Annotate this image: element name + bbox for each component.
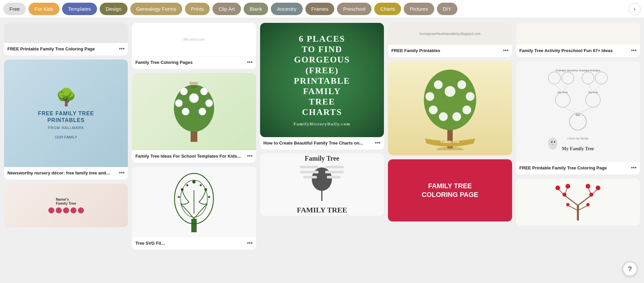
card-more-bottom-button[interactable]: ••• bbox=[247, 153, 253, 159]
nav-btn-forkids[interactable]: For Kids bbox=[29, 3, 59, 15]
image-grid: ••• FREE Printable Family Tree Coloring … bbox=[0, 18, 644, 254]
card-image[interactable]: family tree bbox=[132, 73, 256, 150]
card-image[interactable]: homegrownheartsacademy.blogspot.com bbox=[388, 23, 512, 45]
nav-bar: Free For Kids Templates Design Genealogy… bbox=[0, 0, 644, 18]
card-more-bottom-button[interactable]: ••• bbox=[247, 240, 253, 246]
svg-point-39 bbox=[452, 112, 461, 121]
card-more-bottom-button[interactable]: ••• bbox=[631, 47, 637, 53]
card-newsworthy-nursery: 🌳 FREE FAMILY TREEPRINTABLESFROM HALLMAR… bbox=[4, 59, 128, 179]
card-img-title: Family Tree bbox=[305, 155, 339, 162]
card-image[interactable] bbox=[516, 178, 640, 226]
card-body: Family Tree Ideas For School Templates F… bbox=[132, 150, 256, 163]
svg-text:family: family bbox=[190, 81, 199, 85]
card-img-big-title: FAMILY TREE bbox=[297, 206, 347, 214]
svg-point-31 bbox=[445, 86, 455, 97]
card-title: Family Tree Coloring Pages bbox=[135, 60, 193, 65]
card-more-bottom-button[interactable]: ••• bbox=[375, 140, 381, 146]
card-free-printable-coloring-1: ••• FREE Printable Family Tree Coloring … bbox=[4, 23, 128, 55]
card-image[interactable]: Family Tree FAMILY TREE bbox=[260, 154, 384, 216]
card-title: FREE Family Printables bbox=[391, 48, 440, 53]
blank-form-svg bbox=[298, 164, 345, 204]
svg-point-33 bbox=[457, 80, 466, 89]
card-more-bottom-button[interactable]: ••• bbox=[119, 46, 125, 52]
card-image[interactable] bbox=[516, 23, 640, 45]
card-body: FREE Family Printables ••• bbox=[388, 45, 512, 57]
nav-btn-pictures[interactable]: Pictures bbox=[404, 3, 434, 15]
nav-btn-genealogy[interactable]: Genealogy Forms bbox=[130, 3, 182, 15]
card-yellow-tree-genealogy: Family Tree ••• bbox=[388, 61, 512, 155]
svg-point-43 bbox=[562, 72, 574, 84]
tree-decorative-icon: 🌳 bbox=[56, 87, 77, 107]
card-body: FREE Printable Family Tree Coloring Page… bbox=[4, 43, 128, 55]
card-body: How to Create Beautiful Family Tree Char… bbox=[260, 137, 384, 150]
svg-text:Grandpa  Grandma  Grandpa  Gra: Grandpa Grandma Grandpa Grandpa bbox=[556, 69, 601, 72]
svg-point-36 bbox=[429, 106, 438, 114]
card-image[interactable]: 6 PLACESTO FINDGORGEOUS(FREE)PRINTABLEFA… bbox=[260, 23, 384, 137]
nav-btn-prints[interactable]: Prints bbox=[185, 3, 210, 15]
card-image[interactable]: dltk-teach.com bbox=[132, 23, 256, 56]
card-image bbox=[4, 23, 128, 43]
card-image[interactable]: Name'sFamily Tree bbox=[4, 184, 128, 227]
svg-text:Family Tree: Family Tree bbox=[441, 139, 460, 144]
svg-point-80 bbox=[566, 203, 569, 206]
card-img-watermark: FamilyHistoryDaily.com bbox=[294, 122, 351, 126]
svg-rect-24 bbox=[300, 171, 318, 173]
svg-point-19 bbox=[178, 196, 180, 198]
card-more-bottom-button[interactable]: ••• bbox=[631, 165, 637, 171]
svg-point-4 bbox=[200, 88, 208, 95]
svg-point-79 bbox=[589, 193, 593, 197]
card-title: FREE Printable Family Tree Coloring Page bbox=[519, 165, 607, 170]
card-free-family-printables: homegrownheartsacademy.blogspot.com ••• … bbox=[388, 23, 512, 57]
svg-line-69 bbox=[578, 205, 588, 210]
svg-point-5 bbox=[175, 99, 183, 107]
card-names-family-tree: Name'sFamily Tree ••• bbox=[4, 184, 128, 227]
svg-text:Me: Me bbox=[576, 113, 580, 117]
card-img-name-label: Name'sFamily Tree bbox=[56, 197, 76, 205]
svg-point-37 bbox=[462, 106, 471, 114]
card-image[interactable]: FAMILY TREECOLORING PAGE bbox=[388, 159, 512, 221]
card-image[interactable]: 🌳 FREE FAMILY TREEPRINTABLESFROM HALLMAR… bbox=[4, 59, 128, 167]
svg-point-14 bbox=[181, 188, 184, 191]
card-image[interactable]: Family Tree bbox=[388, 61, 512, 155]
svg-point-81 bbox=[586, 203, 590, 206]
nav-btn-clipart[interactable]: Clip Art bbox=[212, 3, 241, 15]
svg-point-8 bbox=[199, 108, 206, 115]
svg-point-45 bbox=[595, 72, 607, 84]
svg-rect-65 bbox=[577, 205, 579, 220]
svg-line-68 bbox=[568, 205, 578, 210]
nav-btn-preschool[interactable]: Preschool bbox=[337, 3, 371, 15]
card-family-tree-blank-form: Family Tree FAMILY TREE ••• bbox=[260, 154, 384, 216]
svg-point-18 bbox=[200, 184, 202, 186]
card-title: Tree SVG Fil... bbox=[135, 241, 164, 246]
svg-point-2 bbox=[189, 93, 199, 103]
svg-point-49 bbox=[586, 92, 600, 107]
svg-rect-27 bbox=[327, 176, 340, 178]
card-more-bottom-button[interactable]: ••• bbox=[247, 59, 253, 65]
card-red-flower-tree: ••• bbox=[516, 178, 640, 226]
svg-text:I love my family: I love my family bbox=[567, 137, 589, 140]
svg-text:My Family Tree: My Family Tree bbox=[562, 146, 594, 151]
svg-point-75 bbox=[565, 184, 570, 189]
card-body: Tree SVG Fil... ••• bbox=[132, 237, 256, 250]
svg-point-1 bbox=[174, 85, 214, 132]
nav-next-arrow[interactable]: › bbox=[629, 3, 641, 15]
nav-btn-charts[interactable]: Charts bbox=[374, 3, 401, 15]
svg-point-16 bbox=[192, 180, 196, 184]
nav-btn-frames[interactable]: Frames bbox=[305, 3, 335, 15]
card-more-bottom-button[interactable]: ••• bbox=[503, 47, 509, 53]
svg-point-20 bbox=[208, 196, 210, 198]
nav-btn-free[interactable]: Free bbox=[3, 3, 26, 15]
nav-btn-blank[interactable]: Blank bbox=[244, 3, 268, 15]
nav-btn-templates[interactable]: Templates bbox=[62, 3, 97, 15]
card-image[interactable]: Grandpa Grandma Grandpa Grandpa My Mom M… bbox=[516, 61, 640, 162]
svg-point-78 bbox=[562, 193, 566, 197]
card-more-bottom-button[interactable]: ••• bbox=[119, 170, 125, 176]
nav-btn-diy[interactable]: DIY bbox=[437, 3, 457, 15]
nav-btn-design[interactable]: Design bbox=[100, 3, 128, 15]
card-tree-svg-file: Tree SVG Fil... ••• bbox=[132, 167, 256, 250]
card-title: Family Tree Activity Preschool Fun 67+ I… bbox=[519, 48, 613, 53]
svg-point-60 bbox=[548, 137, 557, 150]
nav-btn-ancestry[interactable]: Ancestry bbox=[271, 3, 302, 15]
card-image[interactable] bbox=[132, 167, 256, 237]
svg-point-35 bbox=[466, 92, 475, 101]
